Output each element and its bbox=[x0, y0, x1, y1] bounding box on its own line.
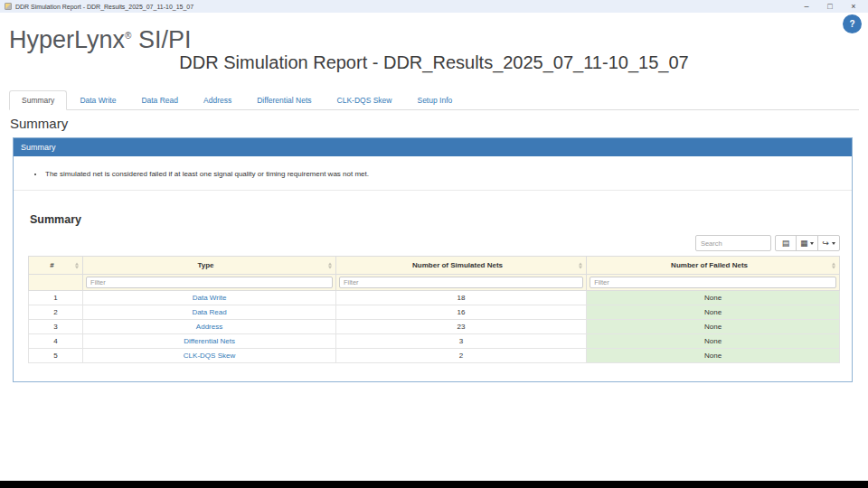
tab-clk-dqs-skew[interactable]: CLK-DQS Skew bbox=[325, 90, 405, 110]
filter-cell-failed bbox=[587, 275, 840, 291]
row-num: 2 bbox=[29, 305, 83, 320]
row-num: 1 bbox=[29, 291, 83, 305]
summary-table: # Type Number of Simulated Nets Number o… bbox=[28, 256, 840, 363]
panel-body: The simulated net is considered failed i… bbox=[14, 170, 852, 363]
table-row: 5 CLK-DQS Skew 2 None bbox=[29, 349, 840, 363]
panel-header: Summary bbox=[14, 138, 852, 156]
tab-address[interactable]: Address bbox=[191, 90, 244, 110]
tab-data-write[interactable]: Data Write bbox=[67, 90, 128, 110]
export-button[interactable]: ↪ bbox=[817, 235, 840, 251]
row-failed: None bbox=[587, 291, 840, 305]
table-toolbar: ▤ ▦ ↪ bbox=[28, 235, 840, 251]
table-row: 2 Data Read 16 None bbox=[29, 305, 840, 320]
tab-setup-info[interactable]: Setup Info bbox=[404, 90, 465, 110]
header-row: # Type Number of Simulated Nets Number o… bbox=[29, 257, 840, 275]
filter-input-type[interactable] bbox=[86, 277, 333, 288]
row-failed: None bbox=[587, 349, 840, 363]
brand-logo: HyperLynx® SI/PI bbox=[9, 26, 191, 54]
filter-cell-num bbox=[29, 275, 83, 291]
bottom-black-bar bbox=[0, 481, 868, 488]
brand-name: HyperLynx bbox=[9, 26, 125, 53]
tab-differential-nets[interactable]: Differential Nets bbox=[244, 90, 324, 110]
report-title: DDR Simulation Report - DDR_Results_2025… bbox=[0, 52, 868, 73]
minimize-button[interactable]: – bbox=[797, 0, 816, 13]
row-type: Address bbox=[83, 320, 336, 334]
row-type: Differential Nets bbox=[83, 334, 336, 349]
type-link[interactable]: Data Write bbox=[193, 294, 227, 302]
app-icon bbox=[5, 3, 12, 10]
row-failed: None bbox=[587, 305, 840, 320]
table-row: 3 Address 23 None bbox=[29, 320, 840, 334]
row-num: 3 bbox=[29, 320, 83, 334]
window-titlebar: DDR Simulation Report - DDR_Results_2025… bbox=[0, 0, 868, 13]
toggle-view-icon: ▤ bbox=[782, 239, 790, 248]
table-area: ▤ ▦ ↪ # Type Number of Simulated Nets Nu… bbox=[28, 235, 840, 363]
sort-icon bbox=[75, 262, 79, 268]
row-failed: None bbox=[587, 334, 840, 349]
section-heading: Summary bbox=[30, 213, 852, 226]
column-header-type[interactable]: Type bbox=[83, 257, 336, 275]
sort-icon bbox=[832, 262, 835, 268]
close-button[interactable]: × bbox=[844, 0, 863, 13]
caret-down-icon bbox=[810, 242, 814, 245]
filter-cell-simulated bbox=[335, 275, 586, 291]
caret-down-icon bbox=[832, 242, 835, 245]
brand-product: SI/PI bbox=[131, 26, 191, 53]
help-button[interactable]: ? bbox=[843, 14, 862, 33]
row-num: 5 bbox=[29, 349, 83, 363]
tab-summary[interactable]: Summary bbox=[9, 90, 67, 110]
column-header-failed[interactable]: Number of Failed Nets bbox=[587, 257, 840, 275]
type-link[interactable]: Address bbox=[196, 323, 222, 331]
section-divider bbox=[14, 190, 852, 191]
toggle-view-button[interactable]: ▤ bbox=[775, 235, 797, 251]
row-type: Data Read bbox=[83, 305, 336, 320]
row-simulated: 23 bbox=[335, 320, 586, 334]
page-title: Summary bbox=[10, 116, 68, 131]
row-simulated: 2 bbox=[335, 349, 586, 363]
column-header-num[interactable]: # bbox=[29, 257, 83, 275]
summary-panel: Summary The simulated net is considered … bbox=[13, 137, 853, 382]
row-num: 4 bbox=[29, 334, 83, 349]
export-icon: ↪ bbox=[822, 239, 829, 248]
tab-data-read[interactable]: Data Read bbox=[128, 90, 191, 110]
notes-list: The simulated net is considered failed i… bbox=[44, 170, 852, 178]
note-item: The simulated net is considered failed i… bbox=[44, 170, 852, 178]
toolbar-button-group: ▤ ▦ ↪ bbox=[775, 235, 840, 251]
filter-input-failed[interactable] bbox=[590, 277, 836, 288]
type-link[interactable]: Differential Nets bbox=[184, 337, 235, 345]
row-type: CLK-DQS Skew bbox=[83, 349, 336, 363]
row-simulated: 3 bbox=[335, 334, 586, 349]
column-header-simulated[interactable]: Number of Simulated Nets bbox=[335, 257, 586, 275]
window-title: DDR Simulation Report - DDR_Results_2025… bbox=[15, 4, 193, 10]
filter-cell-type bbox=[83, 275, 336, 291]
sort-icon bbox=[328, 262, 332, 268]
columns-button[interactable]: ▦ bbox=[796, 235, 819, 251]
row-failed: None bbox=[587, 320, 840, 334]
tab-bar: Summary Data Write Data Read Address Dif… bbox=[9, 90, 859, 110]
filter-row bbox=[29, 275, 840, 291]
type-link[interactable]: CLK-DQS Skew bbox=[184, 352, 235, 360]
row-simulated: 16 bbox=[335, 305, 586, 320]
search-input[interactable] bbox=[695, 235, 771, 251]
filter-input-simulated[interactable] bbox=[339, 277, 583, 288]
sort-icon bbox=[579, 262, 582, 268]
type-link[interactable]: Data Read bbox=[192, 308, 226, 316]
maximize-button[interactable]: □ bbox=[820, 0, 840, 13]
table-row: 4 Differential Nets 3 None bbox=[29, 334, 840, 349]
table-row: 1 Data Write 18 None bbox=[29, 291, 840, 305]
row-simulated: 18 bbox=[335, 291, 586, 305]
columns-icon: ▦ bbox=[800, 239, 808, 248]
row-type: Data Write bbox=[83, 291, 336, 305]
